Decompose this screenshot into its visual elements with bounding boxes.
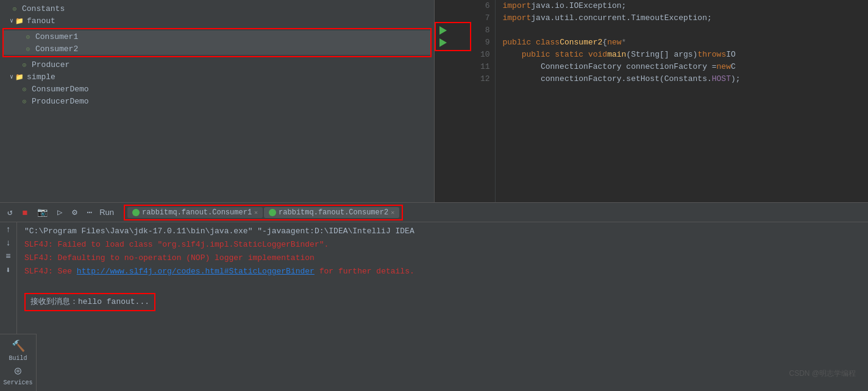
camera-icon[interactable]: 📷 <box>35 206 50 219</box>
run-button-1[interactable] <box>437 24 469 37</box>
tab-icon-c1 <box>132 209 140 216</box>
filter-icon[interactable]: ⬇ <box>5 265 10 275</box>
tree-item-consumer2[interactable]: ⊙ Consumer2 <box>4 43 430 55</box>
tree-label-producer: Producer <box>32 60 69 69</box>
up-icon[interactable]: ↑ <box>5 225 10 234</box>
out-line-2: SLF4J: Failed to load class "org.slf4j.i… <box>24 238 861 252</box>
out-message: 接收到消息：hello fanout... <box>30 297 149 306</box>
slf4j-see-text: SLF4J: See <box>24 267 77 276</box>
bottom-toolbar: ↺ ◼ 📷 ▷ ⚙ ⋯ Run rabbitmq.fanout.Consumer… <box>0 203 868 222</box>
folder-icon: 📁 <box>15 16 24 26</box>
wrap-icon[interactable]: ≡ <box>5 252 10 261</box>
chevron-icon: ∨ <box>10 17 13 24</box>
output-content: "C:\Program Files\Java\jdk-17.0.11\bin\j… <box>17 222 868 391</box>
run-buttons-box <box>435 22 471 51</box>
run-triangle-1 <box>439 26 447 35</box>
arrow-right-icon[interactable]: ▷ <box>55 206 65 219</box>
tab-icon-c2 <box>269 209 276 216</box>
tree-item-producer[interactable]: ⊙ Producer <box>0 58 434 71</box>
run-triangle-2 <box>439 38 447 47</box>
services-label: Services <box>3 379 32 386</box>
class-icon-cd: ⊙ <box>20 84 29 94</box>
chevron-icon-simple: ∨ <box>10 73 13 80</box>
tree-label-fanout: fanout <box>27 16 55 26</box>
tree-item-producerdemo[interactable]: ⊙ ProducerDemo <box>0 95 434 107</box>
code-editor: 6 7 8 9 10 11 12 import java.io.IOExcept… <box>435 0 869 202</box>
tree-label-consumerdemo: ConsumerDemo <box>32 85 89 94</box>
run-tabs-red-box: rabbitmq.fanout.Consumer1 ✕ rabbitmq.fan… <box>124 205 403 220</box>
build-label: Build <box>9 355 27 362</box>
tree-item-consumerdemo[interactable]: ⊙ ConsumerDemo <box>0 83 434 95</box>
tab-close-c1[interactable]: ✕ <box>254 209 258 216</box>
slf4j-link[interactable]: http://www.slf4j.org/codes.html#StaticLo… <box>77 267 315 276</box>
code-line-6: import java.io.IOException; <box>503 0 861 12</box>
tab-label-c2: rabbitmq.fanout.Consumer2 <box>279 208 388 217</box>
file-tree: ⊙ Constants ∨ 📁 fanout ⊙ Consumer1 ⊙ Con… <box>0 0 435 202</box>
watermark: CSDN @明志学编程 <box>789 368 856 379</box>
code-area: 6 7 8 9 10 11 12 import java.io.IOExcept… <box>435 0 869 202</box>
class-icon-prod: ⊙ <box>20 60 29 69</box>
stop-icon[interactable]: ◼ <box>20 206 29 219</box>
slf4j-for-text: for further details. <box>319 267 414 276</box>
consumer-red-box: ⊙ Consumer1 ⊙ Consumer2 <box>2 28 432 57</box>
out-line-3: SLF4J: Defaulting to no-operation (NOP) … <box>24 252 861 265</box>
tree-label-producerdemo: ProducerDemo <box>32 97 89 106</box>
tree-item-consumer1[interactable]: ⊙ Consumer1 <box>4 30 430 43</box>
line-numbers: 6 7 8 9 10 11 12 <box>471 0 496 202</box>
run-button-2[interactable] <box>437 37 469 49</box>
code-content: import java.io.IOException; import java.… <box>496 0 869 202</box>
tab-label-c1: rabbitmq.fanout.Consumer1 <box>142 208 252 217</box>
rerun-icon[interactable]: ↺ <box>5 206 15 219</box>
more-icon[interactable]: ⋯ <box>85 206 94 219</box>
tree-label-consumer1: Consumer1 <box>35 32 78 41</box>
class-icon-c1: ⊙ <box>23 32 33 41</box>
tree-item-simple[interactable]: ∨ 📁 simple <box>0 71 434 83</box>
run-tab-consumer2[interactable]: rabbitmq.fanout.Consumer2 ✕ <box>264 207 399 218</box>
bottom-panel: ↺ ◼ 📷 ▷ ⚙ ⋯ Run rabbitmq.fanout.Consumer… <box>0 202 868 391</box>
out-line-4: SLF4J: See http://www.slf4j.org/codes.ht… <box>24 265 861 278</box>
class-icon-pd: ⊙ <box>20 96 29 106</box>
tree-label-simple: simple <box>27 72 55 82</box>
code-line-12: connectionFactory.setHost(Constants. HOS… <box>503 73 861 85</box>
code-line-8 <box>503 24 861 37</box>
tree-item-constants[interactable]: ⊙ Constants <box>0 2 434 15</box>
build-hammer-icon[interactable]: 🔨 <box>12 339 25 353</box>
tab-close-c2[interactable]: ✕ <box>391 209 394 216</box>
settings-icon[interactable]: ⚙ <box>69 206 79 219</box>
code-line-11: ConnectionFactory connectionFactory = ne… <box>503 61 861 73</box>
output-area: ↑ ↓ ≡ ⬇ 🖨 🗑 "C:\Program Files\Java\jdk-1… <box>0 222 868 391</box>
class-icon-c2: ⊙ <box>23 44 33 54</box>
tree-item-fanout[interactable]: ∨ 📁 fanout <box>0 15 434 27</box>
message-red-box: 接收到消息：hello fanout... <box>24 293 155 311</box>
code-line-10: public static void main (String[] args) … <box>503 49 861 61</box>
class-icon: ⊙ <box>10 4 20 13</box>
tree-label-constants: Constants <box>22 4 65 13</box>
run-tab-consumer1[interactable]: rabbitmq.fanout.Consumer1 ✕ <box>127 207 263 218</box>
run-label: Run <box>99 208 114 217</box>
folder-icon-simple: 📁 <box>15 72 24 82</box>
tree-label-consumer2: Consumer2 <box>35 44 78 54</box>
down-icon[interactable]: ↓ <box>5 238 10 248</box>
out-line-1: "C:\Program Files\Java\jdk-17.0.11\bin\j… <box>24 225 861 238</box>
code-line-9: public class Consumer2 { new * <box>503 37 861 49</box>
code-line-7: import java.util.concurrent.TimeoutExcep… <box>503 12 861 24</box>
